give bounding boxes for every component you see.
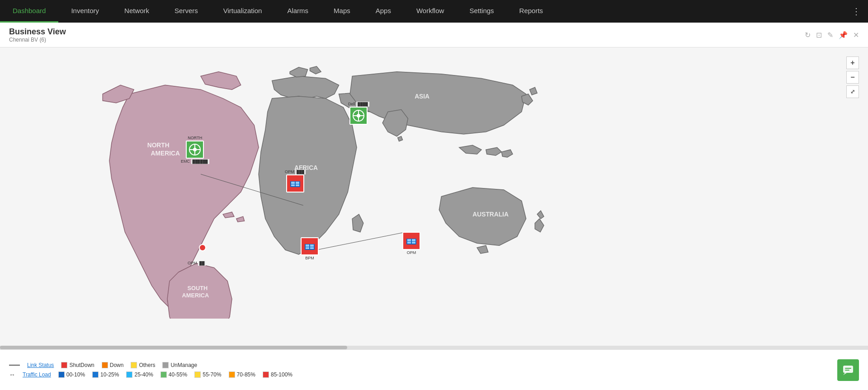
node-icon-asia: [349, 107, 368, 125]
svg-text:AMERICA: AMERICA: [151, 150, 180, 157]
svg-rect-26: [310, 244, 314, 247]
load-85-100-color: [263, 371, 269, 378]
svg-text:NORTH: NORTH: [147, 142, 170, 149]
load-70-85-label: 70-85%: [237, 371, 255, 378]
business-view-header: Business View Chennai BV (6) ↻ ⊡ ✎ 📌 ✕: [0, 23, 868, 47]
load-10-25: 10-25%: [92, 371, 119, 378]
load-10-25-color: [92, 371, 99, 378]
top-navigation: Dashboard Inventory Network Servers Virt…: [0, 0, 868, 23]
load-40-55: 40-55%: [160, 371, 187, 378]
nav-more-button[interactable]: ⋮: [844, 0, 868, 23]
nav-apps[interactable]: Apps: [363, 0, 404, 23]
load-55-70-color: [194, 371, 201, 378]
load-85-100-label: 85-100%: [271, 371, 292, 378]
svg-rect-20: [296, 182, 299, 184]
load-25-40-color: [126, 371, 132, 378]
zoom-in-button[interactable]: +: [846, 56, 859, 69]
world-map-svg: NORTH AMERICA SOUTH AMERICA AFRICA ASIA …: [14, 56, 637, 319]
scrollbar-thumb[interactable]: [0, 346, 347, 349]
node-south-america-label: OPM ██: [188, 261, 206, 265]
load-0-10-color: [58, 371, 65, 378]
nav-maps[interactable]: Maps: [321, 0, 363, 23]
load-40-55-color: [160, 371, 167, 378]
load-25-40: 25-40%: [126, 371, 153, 378]
link-status-label[interactable]: Link Status: [27, 362, 54, 368]
status-unmanage: UnManage: [162, 362, 197, 368]
status-others: Others: [131, 362, 155, 368]
shutdown-color: [61, 362, 67, 368]
others-label: Others: [139, 362, 155, 368]
map-scrollbar[interactable]: [0, 346, 868, 349]
load-55-70: 55-70%: [194, 371, 221, 378]
chat-button[interactable]: [837, 359, 859, 381]
load-85-100: 85-100%: [263, 371, 292, 378]
svg-rect-18: [290, 180, 300, 181]
map-container[interactable]: NORTH AMERICA SOUTH AMERICA AFRICA ASIA …: [0, 47, 868, 349]
copy-button[interactable]: ⊡: [816, 31, 822, 39]
refresh-button[interactable]: ↻: [805, 31, 811, 39]
nav-workflow[interactable]: Workflow: [404, 0, 457, 23]
node-africa-south[interactable]: BPM: [301, 237, 319, 260]
nav-virtualization[interactable]: Virtualization: [211, 0, 275, 23]
nav-alarms[interactable]: Alarms: [274, 0, 321, 23]
node-australia[interactable]: OPM: [402, 232, 420, 255]
svg-point-16: [357, 114, 360, 117]
svg-rect-28: [310, 247, 314, 249]
svg-rect-21: [291, 184, 295, 186]
load-0-10: 00-10%: [58, 371, 85, 378]
nav-servers[interactable]: Servers: [162, 0, 211, 23]
node-africa[interactable]: OPM ███: [285, 169, 306, 193]
down-color: [102, 362, 108, 368]
svg-rect-27: [306, 247, 309, 249]
svg-text:AUSTRALIA: AUSTRALIA: [472, 211, 509, 218]
unmanage-label: UnManage: [170, 362, 197, 368]
node-south-america-dot[interactable]: [199, 244, 206, 251]
others-color: [131, 362, 137, 368]
traffic-load-label[interactable]: Traffic Load: [23, 371, 51, 378]
svg-rect-31: [407, 239, 411, 241]
svg-rect-24: [305, 243, 315, 244]
legend-row-link-status: Link Status ShutDown Down Others UnManag…: [9, 362, 859, 368]
nav-network[interactable]: Network: [112, 0, 162, 23]
nav-dashboard[interactable]: Dashboard: [0, 0, 58, 23]
close-button[interactable]: ✕: [853, 31, 859, 39]
load-25-40-label: 25-40%: [134, 371, 153, 378]
svg-text:SOUTH: SOUTH: [187, 285, 208, 291]
node-north-ca[interactable]: NORTH EMC ██████: [181, 136, 209, 164]
svg-rect-33: [407, 242, 411, 244]
svg-rect-30: [406, 237, 416, 239]
svg-point-12: [193, 148, 197, 151]
pin-button[interactable]: 📌: [839, 31, 848, 39]
nav-reports[interactable]: Reports: [507, 0, 556, 23]
link-status-line-icon: [9, 365, 20, 366]
svg-rect-25: [306, 244, 309, 247]
traffic-arrow-icon: ↔: [9, 371, 15, 378]
page-subtitle: Chennai BV (6): [9, 37, 66, 43]
node-icon-africa: [286, 174, 304, 193]
down-label: Down: [110, 362, 124, 368]
node-icon-north-ca: [186, 141, 204, 159]
node-asia[interactable]: Dell ████: [348, 102, 369, 125]
svg-rect-38: [845, 370, 849, 371]
zoom-fit-button[interactable]: ⤢: [846, 85, 859, 98]
edit-button[interactable]: ✎: [827, 31, 833, 39]
nav-inventory[interactable]: Inventory: [58, 0, 112, 23]
status-down: Down: [102, 362, 124, 368]
zoom-out-button[interactable]: −: [846, 71, 859, 84]
load-10-25-label: 10-25%: [100, 371, 119, 378]
node-icon-australia: [402, 232, 420, 250]
svg-text:AMERICA: AMERICA: [182, 292, 209, 299]
legend-bar: Link Status ShutDown Down Others UnManag…: [0, 349, 868, 390]
nav-settings[interactable]: Settings: [457, 0, 506, 23]
svg-rect-22: [296, 184, 299, 186]
load-40-55-label: 40-55%: [169, 371, 187, 378]
svg-text:ASIA: ASIA: [415, 93, 429, 100]
load-55-70-label: 55-70%: [203, 371, 221, 378]
shutdown-label: ShutDown: [69, 362, 94, 368]
svg-line-1: [316, 232, 406, 250]
load-70-85-color: [229, 371, 235, 378]
unmanage-color: [162, 362, 169, 368]
svg-marker-36: [843, 373, 847, 375]
legend-row-traffic-load: ↔ Traffic Load 00-10% 10-25% 25-40% 40-5…: [9, 371, 859, 378]
load-70-85: 70-85%: [229, 371, 255, 378]
